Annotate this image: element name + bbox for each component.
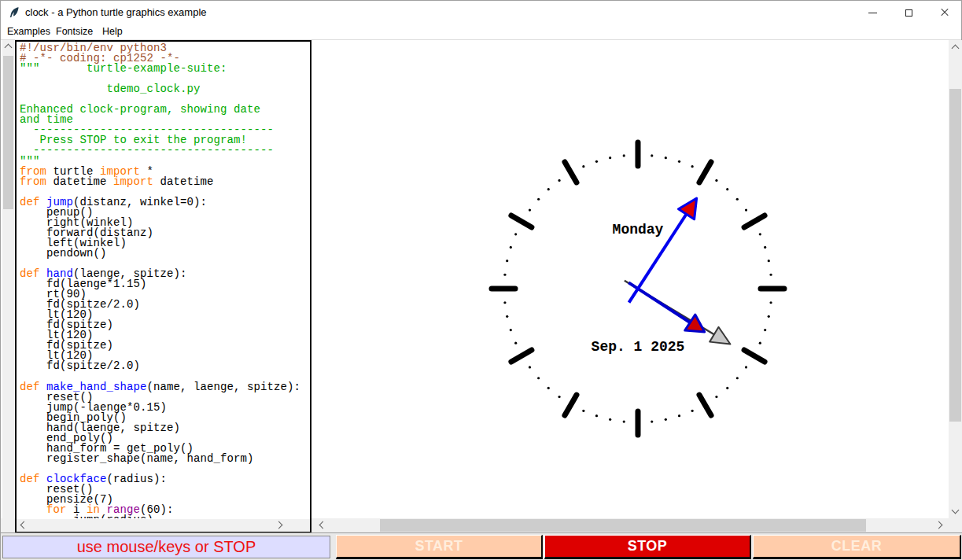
minimize-icon — [868, 13, 877, 13]
code-pane[interactable]: #!/usr/bin/env python3# -*- coding: cp12… — [15, 40, 311, 533]
app-window: clock - a Python turtle graphics example… — [0, 0, 962, 560]
start-button: START — [336, 535, 543, 559]
code-vscrollbar-thumb[interactable] — [3, 56, 13, 209]
scroll-left-icon[interactable] — [319, 521, 327, 529]
svg-text:Sep. 1 2025: Sep. 1 2025 — [592, 339, 685, 355]
maximize-icon — [905, 9, 912, 17]
code-line: from datetime import datetime — [20, 177, 310, 187]
code-vscrollbar[interactable] — [2, 40, 14, 532]
clock-svg: MondaySep. 1 2025 — [315, 40, 949, 518]
code-line: register_shape(name, hand_form) — [20, 454, 310, 464]
menu-help[interactable]: Help — [102, 24, 123, 39]
python-feather-icon — [8, 6, 20, 19]
canvas-hscrollbar[interactable] — [315, 518, 949, 532]
menu-fontsize[interactable]: Fontsize — [56, 24, 93, 39]
window-title: clock - a Python turtle graphics example — [25, 1, 207, 24]
scroll-left-icon[interactable] — [20, 521, 28, 529]
bottom-bar: use mouse/keys or STOP START STOP CLEAR — [1, 532, 962, 560]
scroll-up-icon[interactable] — [952, 45, 960, 53]
code-line: pendown() — [20, 249, 310, 259]
close-button[interactable] — [927, 1, 962, 24]
stop-button[interactable]: STOP — [544, 535, 751, 559]
minimize-button[interactable] — [854, 1, 890, 24]
code-line: fd(spitze/2.0) — [20, 361, 310, 371]
scroll-down-icon[interactable] — [952, 507, 960, 514]
canvas-vscrollbar[interactable] — [949, 40, 962, 518]
turtle-canvas[interactable]: MondaySep. 1 2025 — [315, 40, 949, 518]
code-line: ------------------------------------ — [20, 146, 310, 156]
status-label: use mouse/keys or STOP — [2, 536, 330, 558]
close-icon — [940, 8, 949, 17]
scroll-up-icon[interactable] — [5, 44, 13, 52]
canvas-hscrollbar-thumb[interactable] — [380, 519, 866, 532]
menu-bar: Examples Fontsize Help — [1, 24, 961, 40]
maximize-button[interactable] — [890, 1, 927, 24]
clear-button: CLEAR — [753, 535, 961, 559]
menu-examples[interactable]: Examples — [7, 24, 50, 39]
title-bar: clock - a Python turtle graphics example — [1, 1, 961, 24]
scroll-right-icon[interactable] — [935, 521, 943, 529]
code-line: tdemo_clock.py — [20, 84, 310, 94]
svg-text:Monday: Monday — [613, 222, 664, 238]
canvas-vscrollbar-thumb[interactable] — [949, 89, 961, 422]
code-line: """ turtle-example-suite: — [20, 64, 310, 74]
code-text[interactable]: #!/usr/bin/env python3# -*- coding: cp12… — [17, 42, 310, 518]
code-hscrollbar[interactable] — [17, 519, 310, 532]
scroll-right-icon[interactable] — [275, 521, 283, 529]
